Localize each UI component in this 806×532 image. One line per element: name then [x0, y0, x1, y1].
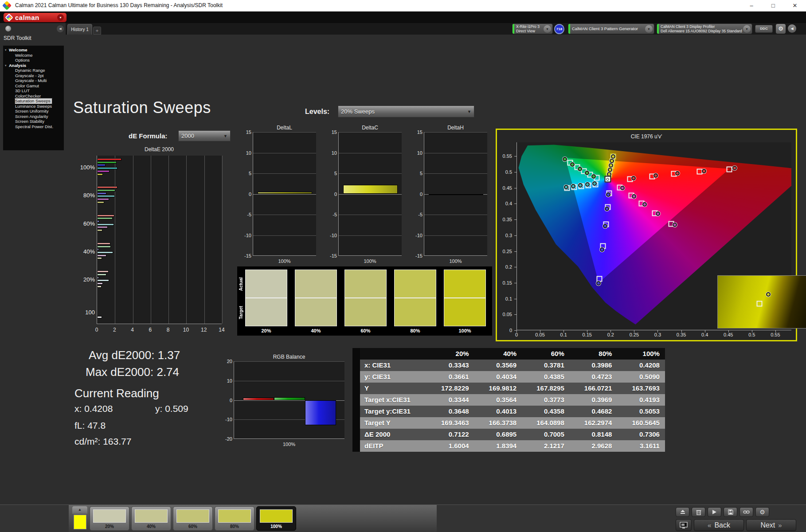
- swatch-label: 20%: [245, 328, 287, 333]
- expander-icon[interactable]: ▾: [5, 63, 7, 68]
- save-icon[interactable]: [724, 507, 737, 517]
- chevron-down-icon[interactable]: ▼: [57, 14, 64, 21]
- workflow-tree: ▾WelcomeWelcomeOptions▾AnalysisDynamic R…: [3, 45, 64, 151]
- measured-marker-blue: [600, 247, 604, 252]
- deltae-bar: [97, 158, 121, 160]
- measured-marker-red: [702, 169, 706, 173]
- display-profiler-button[interactable]: CalMAN Client 3 Display ProfilerDell Ali…: [657, 23, 752, 34]
- tree-group-analysis[interactable]: ▾Analysis: [3, 63, 64, 68]
- chevron-down-icon[interactable]: ▼: [645, 25, 653, 33]
- deltah-chart: 151050-5-10-15: [424, 132, 487, 256]
- eject-icon[interactable]: [676, 507, 689, 517]
- patch-button-20[interactable]: 20%: [90, 506, 129, 531]
- patch-button-40[interactable]: 40%: [131, 506, 171, 531]
- cie-y-tick: 0.3: [505, 233, 512, 238]
- add-tab-button[interactable]: +: [93, 27, 101, 35]
- deltae-chart: 100%80%60%40%20%100: [97, 156, 222, 324]
- de-formula-dropdown[interactable]: 2000▼: [178, 130, 231, 141]
- sidebar-item-spectral-power-dist[interactable]: Spectral Power Dist.: [3, 124, 64, 129]
- table-cell: 0.4723: [570, 371, 618, 383]
- table-row-x-cie31: x: CIE310.33430.35690.37810.39860.4208: [352, 360, 665, 371]
- cie-y-tick: 0.15: [503, 280, 512, 286]
- patch-button-80[interactable]: 80%: [215, 506, 254, 531]
- sidebar-item-color-gamut[interactable]: Color Gamut: [3, 83, 64, 89]
- deltae-bar: [97, 201, 104, 203]
- table-cell: 0.4682: [570, 406, 618, 417]
- sidebar-item-colorchecker[interactable]: ColorChecker: [3, 94, 64, 99]
- table-cell: 166.0721: [570, 383, 618, 394]
- sidebar-item-welcome[interactable]: Welcome: [3, 53, 64, 58]
- measured-marker-yellow: [609, 163, 613, 168]
- cie-diagram-panel[interactable]: CIE 1976 u'v' 0.550.50.450.40.350.30.250…: [496, 129, 797, 341]
- table-header-20: 20%: [426, 348, 474, 360]
- sidebar: ◀ SDR Toolkit ▾WelcomeWelcomeOptions▾Ana…: [0, 23, 66, 505]
- next-button[interactable]: Next »: [746, 519, 796, 531]
- sidebar-item-saturation-sweeps[interactable]: Saturation Sweeps: [15, 98, 52, 104]
- table-cell: 169.9812: [474, 383, 522, 394]
- calman-menu-button[interactable]: calman ▼: [4, 13, 67, 22]
- deltac-x-label: 100%: [338, 258, 402, 264]
- patch-button-100[interactable]: 100%: [256, 506, 296, 531]
- sidebar-item-luminance-sweeps[interactable]: Luminance Sweeps: [3, 104, 64, 109]
- trash-icon[interactable]: [692, 507, 705, 517]
- chevron-down-icon: ▼: [223, 134, 227, 138]
- chevron-down-icon[interactable]: ▼: [544, 25, 551, 33]
- tick-mark: [634, 330, 634, 332]
- minimize-button[interactable]: –: [741, 0, 762, 12]
- sidebar-item-grayscale-multi[interactable]: Grayscale - Multi: [3, 78, 64, 83]
- deltae-bar: [97, 316, 102, 318]
- gear-icon[interactable]: ⚙: [776, 24, 786, 34]
- meter-count-badge[interactable]: 718: [554, 24, 564, 34]
- sidebar-item-screen-uniformity[interactable]: Screen Uniformity: [3, 109, 64, 114]
- tick-mark: [514, 172, 516, 172]
- deltae-chart-title: DeltaE 2000: [97, 146, 222, 153]
- table-cell: 0.4193: [617, 394, 665, 406]
- levels-dropdown[interactable]: 20% Sweeps▼: [338, 106, 474, 117]
- tab-history-1[interactable]: History 1: [67, 24, 92, 35]
- radio-icon[interactable]: [5, 26, 11, 31]
- sidebar-item-screen-angularity[interactable]: Screen Angularity: [3, 114, 64, 119]
- sidebar-item-screen-stability[interactable]: Screen Stability: [3, 119, 64, 124]
- tree-group-welcome[interactable]: ▾Welcome: [3, 47, 64, 53]
- actual-swatch-80: [394, 270, 436, 298]
- y-tick-label: 10: [227, 378, 234, 383]
- table-cell: 0.7306: [617, 429, 665, 440]
- cie-plot: [516, 142, 791, 330]
- sidebar-item-options[interactable]: Options: [3, 58, 64, 63]
- meter-device-button[interactable]: X-Rite i1Pro 3Direct View ▼: [512, 23, 553, 34]
- maximize-button[interactable]: □: [763, 0, 783, 12]
- chevron-down-icon[interactable]: ▼: [743, 25, 751, 33]
- patch-button-60[interactable]: 60%: [173, 506, 213, 531]
- expander-icon[interactable]: ▾: [5, 47, 7, 53]
- sidebar-item-dynamic-range[interactable]: Dynamic Range: [3, 68, 64, 73]
- pattern-generator-button[interactable]: CalMAN Client 3 Pattern Generator ▼: [568, 23, 654, 34]
- expand-patch-icon[interactable]: ▲: [72, 506, 87, 514]
- sidebar-item-3d-lut[interactable]: 3D LUT: [3, 88, 64, 94]
- ddc-button[interactable]: DDC: [755, 25, 773, 33]
- gridline: [253, 215, 316, 215]
- sidebar-item-grayscale-2pt[interactable]: Grayscale - 2pt: [3, 73, 64, 78]
- tick-mark: [610, 330, 611, 332]
- collapse-panel-icon[interactable]: ◀: [788, 24, 796, 33]
- play-icon[interactable]: [708, 507, 721, 517]
- swatch-comparison-panel: Actual Target 20%40%60%80%100%: [237, 266, 492, 336]
- measured-marker-cyan: [578, 183, 583, 188]
- table-cell: 162.2974: [570, 417, 618, 429]
- gridline: [424, 132, 487, 133]
- measured-marker-blue: [606, 192, 610, 197]
- table-row-target-y-cie31: Target y:CIE310.36480.40130.43580.46820.…: [352, 406, 665, 417]
- link-icon[interactable]: [739, 507, 753, 517]
- deltae-bar: [97, 195, 115, 197]
- y-tick-label: 15: [332, 129, 339, 135]
- table-row-target-x-cie31: Target x:CIE310.33440.35640.37730.39690.…: [352, 394, 665, 406]
- close-button[interactable]: ✕: [785, 0, 805, 12]
- back-button[interactable]: « Back: [694, 519, 744, 531]
- tick-mark: [705, 330, 705, 332]
- gear-icon[interactable]: ⚙: [755, 507, 769, 517]
- sidebar-collapse-icon[interactable]: ◀: [57, 25, 64, 32]
- table-lead-cell: [352, 371, 360, 383]
- cie-y-tick: 0.4: [505, 201, 512, 206]
- page-title: Saturation Sweeps: [73, 98, 211, 117]
- monitor-icon[interactable]: [676, 519, 692, 531]
- measured-marker-cyan: [592, 181, 597, 186]
